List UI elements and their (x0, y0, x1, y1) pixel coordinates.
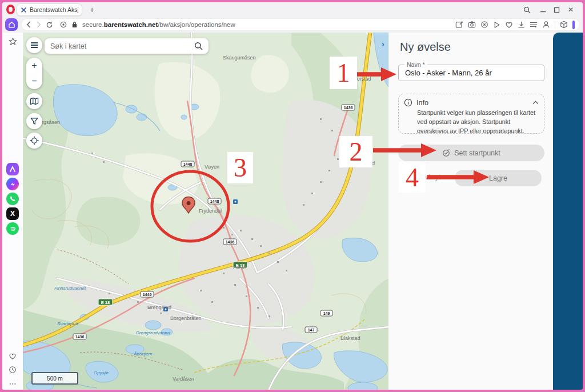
svg-text:Drengsrud: Drengsrud (147, 305, 171, 310)
browser-tab[interactable]: Barentswatch Aksjonsstøt (17, 3, 82, 16)
svg-text:Svarteputt: Svarteputt (57, 321, 78, 326)
home-button[interactable] (5, 18, 18, 31)
svg-text:Åbortjern: Åbortjern (133, 351, 153, 357)
map-canvas[interactable]: E 18 E 18 1448 1448 1436 1446 (23, 33, 388, 390)
opera-sidebar: X ⋯ (2, 33, 23, 390)
cancel-button[interactable]: Avbryt (420, 173, 440, 181)
locate-button[interactable] (26, 133, 42, 149)
download-icon[interactable] (518, 21, 525, 29)
edit-icon[interactable] (455, 21, 463, 29)
svg-text:1448: 1448 (210, 199, 219, 203)
panel-side-strip (553, 33, 583, 390)
camera-icon[interactable] (468, 21, 476, 29)
svg-text:1436: 1436 (226, 240, 235, 244)
info-box: Info Startpunkt velger kun plasseringen … (398, 94, 544, 134)
chevron-up-icon[interactable] (532, 101, 539, 105)
new-tab-button[interactable]: + (86, 4, 98, 15)
filter-button[interactable] (26, 113, 42, 129)
heart-icon[interactable] (505, 21, 513, 29)
sidebar-toggle[interactable] (572, 21, 575, 29)
svg-text:Syverstad: Syverstad (352, 161, 375, 166)
maximize-button[interactable] (551, 4, 562, 15)
map-search-box[interactable] (45, 38, 209, 54)
address-toolbar: secure.barentswatch.net/bw/aksjon/operat… (2, 17, 583, 33)
svg-text:Skaugumåsen: Skaugumåsen (223, 55, 256, 61)
set-startpoint-button[interactable]: Sett startpunkt (398, 145, 544, 161)
bookmarks-star-icon[interactable] (8, 37, 17, 46)
forward-icon[interactable] (36, 21, 41, 28)
whatsapp-app-icon[interactable] (6, 193, 19, 205)
address-bar[interactable]: secure.barentswatch.net/bw/aksjon/operat… (21, 18, 580, 31)
map-image: E 18 E 18 1448 1448 1436 1446 (23, 33, 388, 390)
barentswatch-favicon (21, 7, 27, 13)
info-body: Startpunkt velger kun plasseringen til k… (417, 108, 542, 136)
svg-text:Frydendal: Frydendal (199, 208, 222, 214)
svg-text:Drengsrudvanna: Drengsrudvanna (136, 330, 170, 335)
svg-text:1436: 1436 (75, 335, 85, 339)
browser-window: Barentswatch Aksjonsstøt + ✕ (0, 0, 585, 392)
panel-collapse-button[interactable]: › (382, 39, 384, 49)
toolbar-divider (555, 21, 555, 29)
tab-title: Barentswatch Aksjonsstøt (30, 6, 78, 13)
history-clock-icon[interactable] (8, 365, 17, 374)
name-field[interactable]: Navn * (398, 65, 544, 81)
svg-text:Borgenbråten: Borgenbråten (170, 315, 202, 321)
svg-text:Oppsjø: Oppsjø (94, 370, 109, 375)
opera-logo[interactable] (6, 5, 15, 14)
profile-icon[interactable] (542, 21, 550, 29)
map-search-input[interactable] (50, 42, 194, 50)
svg-text:149: 149 (323, 311, 330, 315)
site-badge-icon[interactable] (60, 21, 67, 28)
more-options-icon[interactable]: ⋯ (8, 379, 17, 388)
url-text[interactable]: secure.barentswatch.net/bw/aksjon/operat… (82, 21, 235, 28)
tab-bar: Barentswatch Aksjonsstøt + ✕ (2, 2, 583, 17)
back-icon[interactable] (26, 21, 31, 28)
svg-text:1448: 1448 (183, 162, 193, 166)
zoom-out-button[interactable]: − (26, 74, 42, 90)
player-icon[interactable] (493, 21, 500, 29)
svg-text:Berger: Berger (338, 61, 354, 66)
reload-icon[interactable] (46, 21, 53, 29)
map-scale: 500 m (31, 372, 78, 385)
panel-title: Ny øvelse (400, 41, 451, 54)
svg-text:Torstad: Torstad (354, 76, 371, 82)
sidebar-heart-icon[interactable] (8, 351, 17, 361)
messenger-app-icon[interactable] (6, 178, 19, 190)
spotify-app-icon[interactable] (6, 222, 19, 235)
info-icon (404, 98, 412, 107)
new-exercise-panel: › Ny øvelse Navn * Info Startpunkt velge… (388, 33, 553, 390)
name-field-label: Navn * (404, 61, 427, 68)
map-search-icon[interactable] (194, 42, 203, 50)
layers-button[interactable] (26, 93, 42, 109)
svg-text:147: 147 (308, 328, 315, 332)
x-app-icon[interactable]: X (6, 207, 19, 220)
svg-text:1446: 1446 (143, 293, 152, 297)
tab-search-icon[interactable] (521, 4, 532, 15)
svg-text:Vardåsen: Vardåsen (173, 376, 194, 382)
check-circle-icon (442, 149, 450, 157)
circled-x-icon[interactable] (480, 21, 488, 29)
close-button[interactable]: ✕ (565, 4, 576, 15)
map-menu-button[interactable] (26, 37, 42, 53)
extensions-icon[interactable] (560, 21, 568, 29)
lock-icon[interactable] (71, 21, 78, 28)
svg-text:Vøyen: Vøyen (205, 164, 219, 170)
svg-text:Asker: Asker (233, 264, 246, 270)
svg-text:Finnsrudvannet: Finnsrudvannet (54, 286, 86, 291)
aria-app-icon[interactable] (6, 163, 19, 175)
save-button[interactable]: Lagre (455, 170, 542, 186)
svg-text:1436: 1436 (344, 106, 353, 110)
zoom-in-button[interactable]: + (26, 58, 42, 74)
svg-text:Blakstad: Blakstad (340, 335, 360, 341)
zoom-control: + − (26, 58, 42, 89)
minimize-button[interactable] (537, 4, 548, 15)
reading-list-icon[interactable] (530, 21, 538, 28)
info-title: Info (416, 99, 528, 107)
svg-text:E 18: E 18 (101, 300, 110, 305)
